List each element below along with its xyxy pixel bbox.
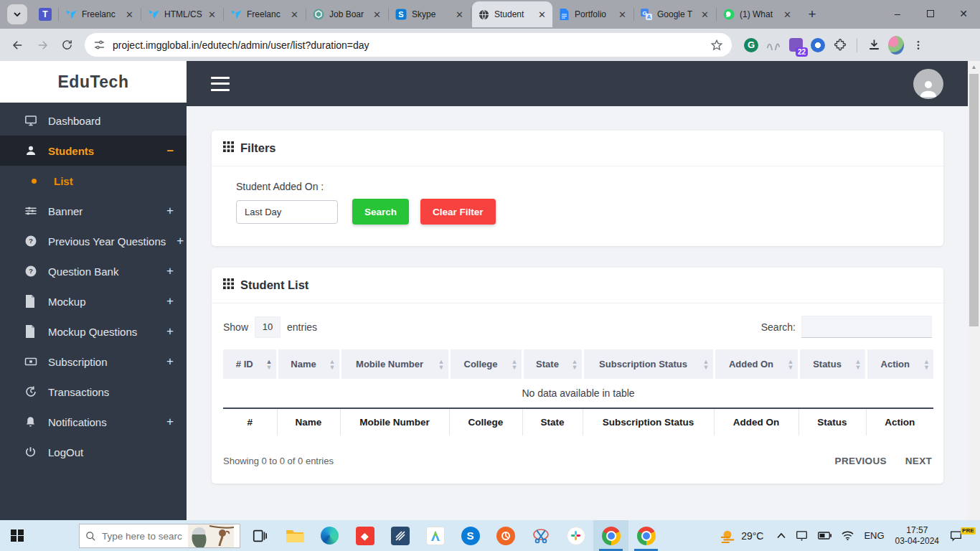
weather-widget[interactable]: 29°C xyxy=(711,529,772,543)
column-header-state[interactable]: State▲▼ xyxy=(522,349,583,379)
column-header-subscription[interactable]: Subscription Status▲▼ xyxy=(583,349,714,379)
column-header-action[interactable]: Action▲▼ xyxy=(866,349,933,379)
skype-app-icon[interactable]: S xyxy=(453,520,488,551)
a-design-app-icon[interactable] xyxy=(418,520,453,551)
red-app-icon[interactable]: ◆ xyxy=(347,520,382,551)
purple-extension-icon[interactable]: 22 xyxy=(788,37,804,53)
tab-close-icon[interactable]: ✕ xyxy=(207,9,217,20)
expand-icon[interactable]: + xyxy=(166,324,174,339)
taskbar-search-input[interactable] xyxy=(102,531,182,542)
column-header-name[interactable]: Name▲▼ xyxy=(277,349,340,379)
tab-close-icon[interactable]: ✕ xyxy=(290,9,299,20)
sidebar-item-notifications[interactable]: Notifications + xyxy=(0,407,187,437)
expand-icon[interactable]: + xyxy=(166,415,174,429)
column-header-college[interactable]: College▲▼ xyxy=(449,349,522,379)
expand-icon[interactable]: + xyxy=(166,354,174,369)
clock-widget[interactable]: 17:57 03-04-2024 xyxy=(890,525,945,547)
chrome-window-icon[interactable] xyxy=(628,520,664,551)
forward-button[interactable] xyxy=(32,34,53,56)
tab-portfolio[interactable]: Portfolio ✕ xyxy=(552,2,633,27)
expand-icon[interactable]: + xyxy=(176,234,184,248)
sidebar-item-transactions[interactable]: Transactions xyxy=(0,377,187,407)
tab-job-board[interactable]: Job Boar ✕ xyxy=(307,2,387,27)
address-bar[interactable]: project.imgglobal.in/edutech/admin/user/… xyxy=(85,33,732,57)
brand-logo[interactable]: EduTech xyxy=(0,61,187,103)
downloads-button[interactable] xyxy=(866,37,882,53)
tab-close-icon[interactable]: ✕ xyxy=(618,9,627,20)
bookmark-star-icon[interactable] xyxy=(710,39,723,52)
sidebar-item-dashboard[interactable]: Dashboard xyxy=(0,105,187,136)
tab-close-icon[interactable]: ✕ xyxy=(455,9,464,20)
taskbar-search-box[interactable] xyxy=(79,524,240,548)
chrome-active-window-icon[interactable] xyxy=(593,520,628,551)
clear-filter-button[interactable]: Clear Filter xyxy=(420,199,496,225)
table-search-input[interactable] xyxy=(801,316,932,338)
edge-browser-icon[interactable] xyxy=(312,520,347,551)
hamburger-menu-icon[interactable] xyxy=(211,77,230,91)
search-button[interactable]: Search xyxy=(352,199,409,225)
tab-google-translate[interactable]: GA Google T ✕ xyxy=(635,2,715,27)
duration-select[interactable]: Last Day xyxy=(236,200,338,224)
window-maximize-button[interactable] xyxy=(914,0,947,27)
window-close-button[interactable]: ✕ xyxy=(947,0,980,27)
browser-scrollbar[interactable]: ▲ xyxy=(968,61,980,520)
scrollbar-up-arrow[interactable]: ▲ xyxy=(968,61,980,72)
language-indicator[interactable]: ENG xyxy=(859,520,889,551)
sidebar-item-subscription[interactable]: Subscription + xyxy=(0,347,187,377)
column-header-mobile[interactable]: Mobile Number▲▼ xyxy=(340,349,449,379)
previous-page-button[interactable]: PREVIOUS xyxy=(835,456,887,466)
tab-close-icon[interactable]: ✕ xyxy=(783,9,792,20)
scrollbar-thumb[interactable] xyxy=(969,74,979,326)
tab-freelancer-1[interactable]: Freelanc ✕ xyxy=(60,2,140,27)
new-tab-button[interactable]: + xyxy=(802,4,822,24)
tab-close-icon[interactable]: ✕ xyxy=(125,9,134,20)
tray-expand-chevron[interactable] xyxy=(772,520,791,551)
sidebar-subitem-list[interactable]: List xyxy=(0,166,187,196)
sidebar-item-banner[interactable]: Banner + xyxy=(0,196,187,226)
tab-student-active[interactable]: Student ✕ xyxy=(472,1,552,27)
tab-skype[interactable]: S Skype ✕ xyxy=(390,2,470,27)
user-avatar[interactable] xyxy=(913,69,943,99)
tab-search-button[interactable] xyxy=(7,4,27,24)
reload-button[interactable] xyxy=(56,34,77,56)
notification-center-button[interactable] xyxy=(945,520,967,551)
collapse-icon[interactable]: – xyxy=(167,143,174,158)
tab-close-icon[interactable]: ✕ xyxy=(700,9,710,20)
postman-app-icon[interactable] xyxy=(488,520,523,551)
browser-profile-avatar[interactable] xyxy=(888,37,904,53)
search-highlight-doodle[interactable] xyxy=(188,524,234,547)
column-header-added-on[interactable]: Added On▲▼ xyxy=(714,349,798,379)
tab-close-icon[interactable]: ✕ xyxy=(537,9,547,20)
sidebar-item-previous-year-questions[interactable]: ? Previous Year Questions + xyxy=(0,226,187,256)
tab-htmlcss[interactable]: HTML/CS ✕ xyxy=(142,2,222,27)
column-header-status[interactable]: Status▲▼ xyxy=(798,349,866,379)
window-minimize-button[interactable]: – xyxy=(881,0,914,27)
grammarly-extension-icon[interactable]: G xyxy=(743,37,759,53)
tab-whatsapp[interactable]: (1) What ✕ xyxy=(717,2,798,27)
sidebar-item-students[interactable]: Students – xyxy=(0,136,187,166)
browser-menu-button[interactable] xyxy=(910,37,926,53)
expand-icon[interactable]: + xyxy=(166,294,174,309)
next-page-button[interactable]: NEXT xyxy=(905,456,932,466)
back-button[interactable] xyxy=(7,34,29,56)
tab-freelancer-2[interactable]: Freelanc ✕ xyxy=(225,2,305,27)
expand-icon[interactable]: + xyxy=(166,204,174,218)
battery-icon[interactable] xyxy=(813,520,837,551)
sidebar-item-mockup-questions[interactable]: Mockup Questions + xyxy=(0,316,187,347)
task-view-button[interactable] xyxy=(242,520,277,551)
page-size-select[interactable]: 10 xyxy=(255,316,281,338)
extensions-puzzle-button[interactable] xyxy=(832,37,848,53)
wifi-icon[interactable] xyxy=(837,520,859,551)
sidebar-item-mockup[interactable]: Mockup + xyxy=(0,286,187,316)
expand-icon[interactable]: + xyxy=(166,264,174,278)
pinned-tab-teams[interactable]: T xyxy=(33,2,57,27)
sidebar-item-question-bank[interactable]: ? Question Bank + xyxy=(0,256,187,286)
blue-extension-icon[interactable] xyxy=(810,37,826,53)
gray-extension-icon[interactable] xyxy=(765,37,781,53)
sidebar-item-logout[interactable]: LogOut xyxy=(0,437,187,467)
file-explorer-icon[interactable] xyxy=(277,520,312,551)
display-cast-icon[interactable] xyxy=(791,520,813,551)
column-header-id[interactable]: # ID▲▼ xyxy=(223,349,277,379)
start-button[interactable] xyxy=(0,520,34,551)
database-app-icon[interactable] xyxy=(382,520,418,551)
